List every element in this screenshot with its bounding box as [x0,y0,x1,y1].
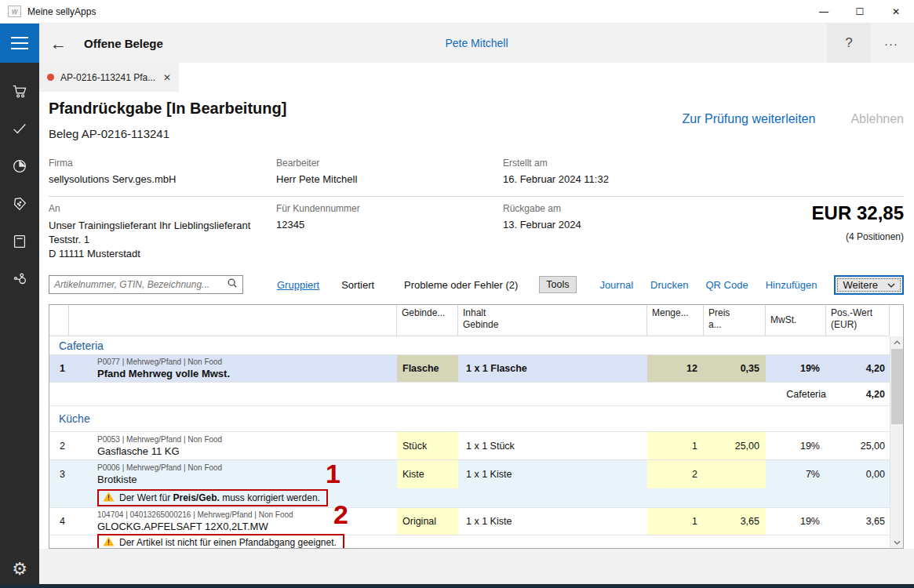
poswert-cell: 4,20 [826,355,890,382]
mwst-cell: 19% [766,355,826,382]
warning-message-box: Der Wert für Preis/Geb. muss korrigiert … [97,489,328,506]
qr-code-link[interactable]: QR Code [705,279,748,291]
scroll-down-icon[interactable] [890,536,903,548]
rueckgabe-value: 13. Februar 2024 [503,219,581,230]
poswert-cell: 3,65 [826,508,890,535]
tab-document[interactable]: AP-0216-113241 Pfa... ✕ [39,63,179,92]
article-meta: P0006 | Mehrweg/Pfand | Non Food [97,463,222,472]
firma-value: sellysolutions Serv.ges.mbH [49,173,176,185]
col-mwst[interactable]: MwSt. [766,305,826,336]
warning-triangle-icon [103,536,115,549]
forward-for-review-button[interactable]: Zur Prüfung weiterleiten [683,112,816,126]
book-icon[interactable] [10,232,29,251]
document-panel: Pfandrückgabe [In Bearbeitung] Zur Prüfu… [39,92,914,549]
tab-label: AP-0216-113241 Pfa... [60,72,155,83]
vertical-scrollbar[interactable] [890,336,903,548]
menge-cell[interactable]: 12 [647,355,704,382]
check-icon[interactable] [10,119,29,138]
group-header-cafeteria: Cafeteria [49,336,890,355]
group-subtotal: Cafeteria 4,20 [49,383,890,406]
scroll-up-icon[interactable] [890,336,903,348]
gear-icon[interactable]: ⚙ [0,561,39,578]
gebinde-cell[interactable]: Kiste [397,460,458,488]
minimize-icon[interactable]: — [806,0,842,24]
firma-label: Firma [49,158,73,169]
gruppiert-link[interactable]: Gruppiert [277,279,319,291]
tab-close-icon[interactable]: ✕ [163,72,171,83]
preis-cell[interactable]: 25,00 [704,432,766,459]
rueckgabe-label: Rückgabe am [503,203,561,214]
table-row[interactable]: 3 P0006 | Mehrweg/Pfand | Non Food Brotk… [49,460,890,488]
row-number: 1 [49,355,69,382]
reject-button: Ablehnen [850,112,904,126]
col-menge[interactable]: Menge... [647,305,704,336]
close-icon[interactable]: ✕ [878,0,914,24]
bottom-area [39,549,914,584]
menge-cell[interactable]: 2 [647,460,704,488]
col-gebinde[interactable]: Gebinde... [397,305,458,336]
subtotal-label: Cafeteria [766,389,826,400]
help-icon[interactable]: ? [827,24,871,63]
scrollbar-thumb[interactable] [891,349,903,424]
more-options-icon[interactable]: ··· [872,24,911,63]
erstellt-value: 16. Februar 2024 11:32 [503,173,609,185]
hinzufuegen-link[interactable]: Hinzufügen [766,279,818,291]
menge-cell[interactable]: 1 [647,432,704,459]
top-nav: ← Offene Belege Pete Mitchell ? ··· [39,24,914,63]
search-icon[interactable] [227,278,238,292]
warning-message-box: Der Artikel ist nicht für einen Pfandabg… [97,534,344,550]
mwst-cell: 19% [766,508,826,535]
table-row[interactable]: 1 P0077 | Mehrweg/Pfand | Non Food Pfand… [49,355,890,383]
share-icon[interactable] [10,270,29,289]
tools-button[interactable]: Tools [539,276,576,293]
gebinde-cell[interactable]: Stück [397,432,458,459]
warning-text: Der Artikel ist nicht für einen Pfandabg… [119,537,337,548]
preis-cell[interactable]: 0,35 [704,355,766,382]
table-row[interactable]: 4 104704 | 04013265000216 | Mehrweg/Pfan… [49,508,890,535]
app-logo-icon: w [8,5,21,17]
pie-chart-icon[interactable] [10,157,29,176]
mwst-cell: 19% [766,432,826,459]
probleme-link[interactable]: Probleme oder Fehler (2) [404,279,518,291]
warning-text: Der Wert für Preis/Geb. muss korrigiert … [119,492,320,503]
menge-cell[interactable]: 1 [647,508,704,535]
inhalt-cell: 1 x 1 Kiste [458,508,647,535]
col-poswert[interactable]: Pos.-Wert (EUR) [826,305,890,336]
menu-icon[interactable] [0,24,39,63]
search-input[interactable] [54,279,227,290]
article-meta: P0053 | Mehrweg/Pfand | Non Food [97,435,222,444]
an-label: An [49,203,60,214]
back-arrow-icon[interactable]: ← [50,35,67,52]
inhalt-cell: 1 x 1 Flasche [458,355,647,382]
drucken-link[interactable]: Drucken [650,279,688,291]
article-meta: 104704 | 04013265000216 | Mehrweg/Pfand … [97,510,293,519]
warning-triangle-icon [103,492,115,504]
poswert-cell: 25,00 [826,432,890,459]
weitere-button[interactable]: Weitere [834,275,904,295]
col-inhalt[interactable]: Inhalt Gebinde [458,305,647,336]
window-border [0,584,914,588]
row-number: 2 [49,432,69,459]
user-link[interactable]: Pete Mitchell [445,37,508,49]
search-box[interactable] [49,275,243,294]
sortiert-link[interactable]: Sortiert [341,279,374,291]
cart-icon[interactable] [10,82,29,100]
col-preis[interactable]: Preis a... [704,305,766,336]
annotation-marker-1: 1 [326,460,340,487]
gebinde-cell[interactable]: Flasche [397,355,458,382]
position-count: (4 Positionen) [846,231,904,242]
item-toolbar: Gruppiert Sortiert Probleme oder Fehler … [49,274,904,296]
maximize-icon[interactable]: ☐ [842,0,878,24]
table-row[interactable]: 2 P0053 | Mehrweg/Pfand | Non Food Gasfl… [49,432,890,460]
bearbeiter-label: Bearbeiter [276,158,319,169]
article-name: Brotkiste [97,474,137,485]
tag-icon[interactable] [10,194,29,213]
warning-row: Der Wert für Preis/Geb. muss korrigiert … [49,488,890,508]
col-description[interactable] [69,305,397,336]
preis-cell[interactable] [704,460,766,488]
preis-cell[interactable]: 3,65 [704,508,766,535]
gebinde-cell[interactable]: Original [397,508,458,535]
journal-link[interactable]: Journal [599,279,633,291]
window-controls: — ☐ ✕ [806,0,914,24]
col-number[interactable] [49,305,69,336]
